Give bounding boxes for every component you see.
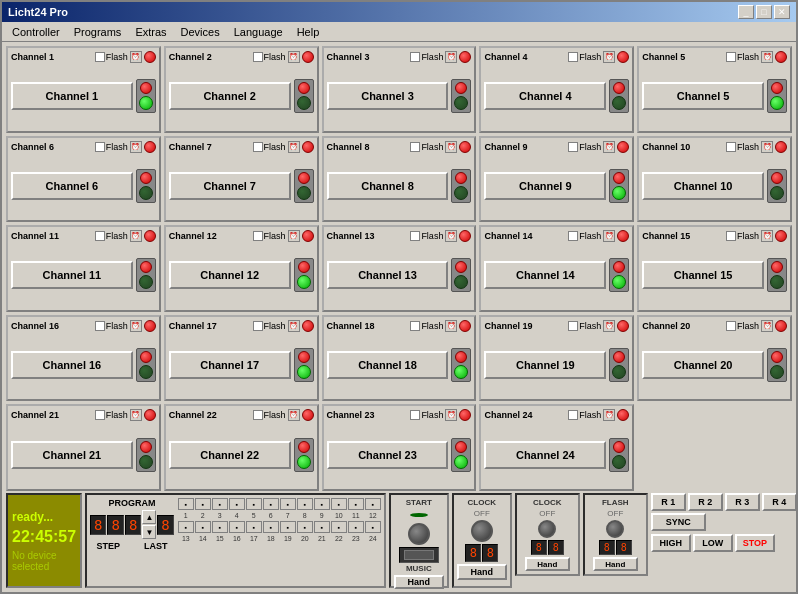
- clock-icon-7[interactable]: ⏰: [288, 141, 300, 153]
- channel-name-btn-21[interactable]: Channel 21: [11, 441, 133, 469]
- clock-icon-20[interactable]: ⏰: [761, 320, 773, 332]
- prog-btn-17[interactable]: ▪: [246, 521, 262, 533]
- flash-checkbox-21[interactable]: [95, 410, 105, 420]
- channel-name-btn-8[interactable]: Channel 8: [327, 172, 449, 200]
- prog-btn-20[interactable]: ▪: [297, 521, 313, 533]
- clock-icon-9[interactable]: ⏰: [603, 141, 615, 153]
- flash-checkbox-10[interactable]: [726, 142, 736, 152]
- clock-icon-17[interactable]: ⏰: [288, 320, 300, 332]
- flash-checkbox-4[interactable]: [568, 52, 578, 62]
- stop-button[interactable]: STOP: [735, 534, 775, 552]
- flash-checkbox-22[interactable]: [253, 410, 263, 420]
- flash-checkbox-8[interactable]: [410, 142, 420, 152]
- channel-name-btn-22[interactable]: Channel 22: [169, 441, 291, 469]
- prog-btn-11[interactable]: ▪: [348, 498, 364, 510]
- channel-name-btn-9[interactable]: Channel 9: [484, 172, 606, 200]
- r1-button[interactable]: R 1: [651, 493, 686, 511]
- prog-btn-3[interactable]: ▪: [212, 498, 228, 510]
- flash-checkbox-15[interactable]: [726, 231, 736, 241]
- channel-name-btn-6[interactable]: Channel 6: [11, 172, 133, 200]
- flash-checkbox-18[interactable]: [410, 321, 420, 331]
- clock-icon-2[interactable]: ⏰: [288, 51, 300, 63]
- close-button[interactable]: ✕: [774, 5, 790, 19]
- clock-knob[interactable]: [471, 520, 493, 542]
- flash-checkbox-1[interactable]: [95, 52, 105, 62]
- flash-checkbox-3[interactable]: [410, 52, 420, 62]
- channel-name-btn-24[interactable]: Channel 24: [484, 441, 606, 469]
- high-button[interactable]: HIGH: [651, 534, 691, 552]
- menu-extras[interactable]: Extras: [129, 25, 172, 39]
- flash-checkbox-9[interactable]: [568, 142, 578, 152]
- menu-language[interactable]: Language: [228, 25, 289, 39]
- menu-controller[interactable]: Controller: [6, 25, 66, 39]
- prog-up-btn[interactable]: ▲: [142, 510, 156, 524]
- prog-btn-19[interactable]: ▪: [280, 521, 296, 533]
- clock2-knob[interactable]: [538, 520, 556, 538]
- clock-icon-19[interactable]: ⏰: [603, 320, 615, 332]
- channel-name-btn-23[interactable]: Channel 23: [327, 441, 449, 469]
- prog-btn-14[interactable]: ▪: [195, 521, 211, 533]
- prog-btn-7[interactable]: ▪: [280, 498, 296, 510]
- clock-icon-22[interactable]: ⏰: [288, 409, 300, 421]
- clock-icon-14[interactable]: ⏰: [603, 230, 615, 242]
- low-button[interactable]: LOW: [693, 534, 733, 552]
- channel-name-btn-4[interactable]: Channel 4: [484, 82, 606, 110]
- channel-name-btn-11[interactable]: Channel 11: [11, 261, 133, 289]
- clock-icon-15[interactable]: ⏰: [761, 230, 773, 242]
- flash-checkbox-2[interactable]: [253, 52, 263, 62]
- flash-checkbox-5[interactable]: [726, 52, 736, 62]
- clock-icon-3[interactable]: ⏰: [445, 51, 457, 63]
- restore-button[interactable]: □: [756, 5, 772, 19]
- flash-checkbox-7[interactable]: [253, 142, 263, 152]
- prog-btn-18[interactable]: ▪: [263, 521, 279, 533]
- prog-btn-4[interactable]: ▪: [229, 498, 245, 510]
- prog-btn-9[interactable]: ▪: [314, 498, 330, 510]
- flash-checkbox-11[interactable]: [95, 231, 105, 241]
- clock-icon-18[interactable]: ⏰: [445, 320, 457, 332]
- channel-name-btn-2[interactable]: Channel 2: [169, 82, 291, 110]
- channel-name-btn-5[interactable]: Channel 5: [642, 82, 764, 110]
- flash-checkbox-20[interactable]: [726, 321, 736, 331]
- prog-btn-10[interactable]: ▪: [331, 498, 347, 510]
- channel-name-btn-16[interactable]: Channel 16: [11, 351, 133, 379]
- channel-name-btn-1[interactable]: Channel 1: [11, 82, 133, 110]
- clock-icon-11[interactable]: ⏰: [130, 230, 142, 242]
- prog-btn-13[interactable]: ▪: [178, 521, 194, 533]
- channel-name-btn-17[interactable]: Channel 17: [169, 351, 291, 379]
- flash-checkbox-13[interactable]: [410, 231, 420, 241]
- clock-icon-23[interactable]: ⏰: [445, 409, 457, 421]
- channel-name-btn-20[interactable]: Channel 20: [642, 351, 764, 379]
- sync-button[interactable]: SYNC: [651, 513, 706, 531]
- clock-icon-8[interactable]: ⏰: [445, 141, 457, 153]
- flash-checkbox-19[interactable]: [568, 321, 578, 331]
- prog-btn-21[interactable]: ▪: [314, 521, 330, 533]
- prog-btn-16[interactable]: ▪: [229, 521, 245, 533]
- clock-icon-1[interactable]: ⏰: [130, 51, 142, 63]
- clock-icon-16[interactable]: ⏰: [130, 320, 142, 332]
- menu-programs[interactable]: Programs: [68, 25, 128, 39]
- start-hand-btn[interactable]: Hand: [394, 575, 444, 589]
- clock-icon-12[interactable]: ⏰: [288, 230, 300, 242]
- clock-icon-6[interactable]: ⏰: [130, 141, 142, 153]
- prog-btn-6[interactable]: ▪: [263, 498, 279, 510]
- prog-btn-1[interactable]: ▪: [178, 498, 194, 510]
- minimize-button[interactable]: _: [738, 5, 754, 19]
- prog-btn-8[interactable]: ▪: [297, 498, 313, 510]
- r4-button[interactable]: R 4: [762, 493, 796, 511]
- clock-icon-13[interactable]: ⏰: [445, 230, 457, 242]
- channel-name-btn-15[interactable]: Channel 15: [642, 261, 764, 289]
- prog-down-btn[interactable]: ▼: [142, 525, 156, 539]
- prog-btn-22[interactable]: ▪: [331, 521, 347, 533]
- clock-icon-24[interactable]: ⏰: [603, 409, 615, 421]
- clock2-hand-btn[interactable]: Hand: [525, 557, 570, 571]
- flash-checkbox-17[interactable]: [253, 321, 263, 331]
- flash-checkbox-23[interactable]: [410, 410, 420, 420]
- channel-name-btn-3[interactable]: Channel 3: [327, 82, 449, 110]
- prog-btn-12[interactable]: ▪: [365, 498, 381, 510]
- clock-icon-5[interactable]: ⏰: [761, 51, 773, 63]
- prog-btn-15[interactable]: ▪: [212, 521, 228, 533]
- channel-name-btn-18[interactable]: Channel 18: [327, 351, 449, 379]
- clock-icon-21[interactable]: ⏰: [130, 409, 142, 421]
- r2-button[interactable]: R 2: [688, 493, 723, 511]
- channel-name-btn-10[interactable]: Channel 10: [642, 172, 764, 200]
